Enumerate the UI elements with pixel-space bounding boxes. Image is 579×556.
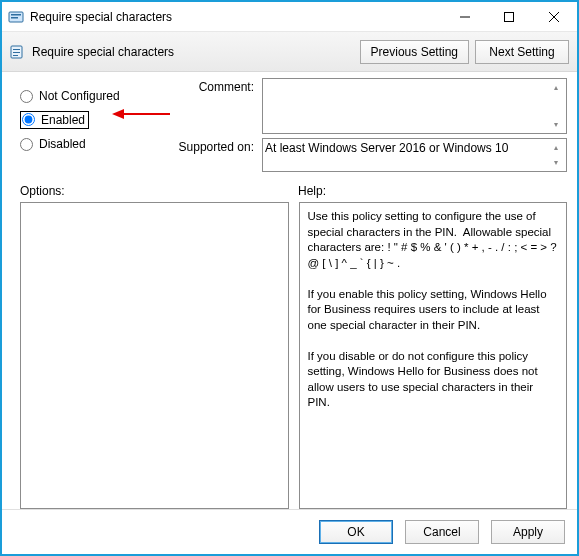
cancel-button[interactable]: Cancel bbox=[405, 520, 479, 544]
svg-rect-4 bbox=[505, 12, 514, 21]
policy-icon bbox=[10, 44, 26, 60]
supported-scrollbar[interactable]: ▴ ▾ bbox=[548, 141, 564, 169]
previous-setting-button[interactable]: Previous Setting bbox=[360, 40, 469, 64]
scroll-down-icon[interactable]: ▾ bbox=[554, 158, 558, 167]
radio-not-configured[interactable]: Not Configured bbox=[20, 84, 170, 108]
radio-disabled-input[interactable] bbox=[20, 138, 33, 151]
scroll-down-icon[interactable]: ▾ bbox=[554, 120, 558, 129]
options-pane[interactable] bbox=[20, 202, 289, 509]
comment-value bbox=[265, 81, 548, 131]
comment-scrollbar[interactable]: ▴ ▾ bbox=[548, 81, 564, 131]
app-icon bbox=[8, 9, 24, 25]
window-title: Require special characters bbox=[30, 10, 443, 24]
state-radio-group: Not Configured Enabled Disabled bbox=[20, 78, 170, 176]
scroll-up-icon[interactable]: ▴ bbox=[554, 143, 558, 152]
next-setting-button[interactable]: Next Setting bbox=[475, 40, 569, 64]
title-bar: Require special characters bbox=[2, 2, 577, 32]
supported-value: At least Windows Server 2016 or Windows … bbox=[265, 141, 548, 169]
supported-textbox: At least Windows Server 2016 or Windows … bbox=[262, 138, 567, 172]
radio-disabled[interactable]: Disabled bbox=[20, 132, 170, 156]
supported-label: Supported on: bbox=[170, 138, 262, 172]
help-text: Use this policy setting to configure the… bbox=[300, 203, 567, 508]
svg-rect-10 bbox=[13, 55, 18, 56]
ok-button[interactable]: OK bbox=[319, 520, 393, 544]
svg-rect-1 bbox=[11, 14, 21, 16]
svg-rect-2 bbox=[11, 17, 18, 19]
radio-disabled-label: Disabled bbox=[39, 137, 86, 151]
close-button[interactable] bbox=[531, 3, 577, 31]
svg-rect-9 bbox=[13, 52, 20, 53]
help-pane: Use this policy setting to configure the… bbox=[299, 202, 568, 509]
maximize-button[interactable] bbox=[487, 3, 531, 31]
radio-enabled-label: Enabled bbox=[41, 113, 85, 127]
dialog-footer: OK Cancel Apply bbox=[2, 509, 577, 554]
apply-button[interactable]: Apply bbox=[491, 520, 565, 544]
radio-enabled-input[interactable] bbox=[22, 113, 35, 126]
radio-not-configured-label: Not Configured bbox=[39, 89, 120, 103]
options-label: Options: bbox=[20, 184, 298, 198]
help-label: Help: bbox=[298, 184, 326, 198]
minimize-button[interactable] bbox=[443, 3, 487, 31]
toolbar: Require special characters Previous Sett… bbox=[2, 32, 577, 72]
radio-not-configured-input[interactable] bbox=[20, 90, 33, 103]
scroll-up-icon[interactable]: ▴ bbox=[554, 83, 558, 92]
policy-name: Require special characters bbox=[32, 45, 174, 59]
comment-label: Comment: bbox=[170, 78, 262, 134]
svg-rect-8 bbox=[13, 49, 20, 50]
radio-enabled[interactable]: Enabled bbox=[20, 108, 170, 132]
comment-textbox[interactable]: ▴ ▾ bbox=[262, 78, 567, 134]
